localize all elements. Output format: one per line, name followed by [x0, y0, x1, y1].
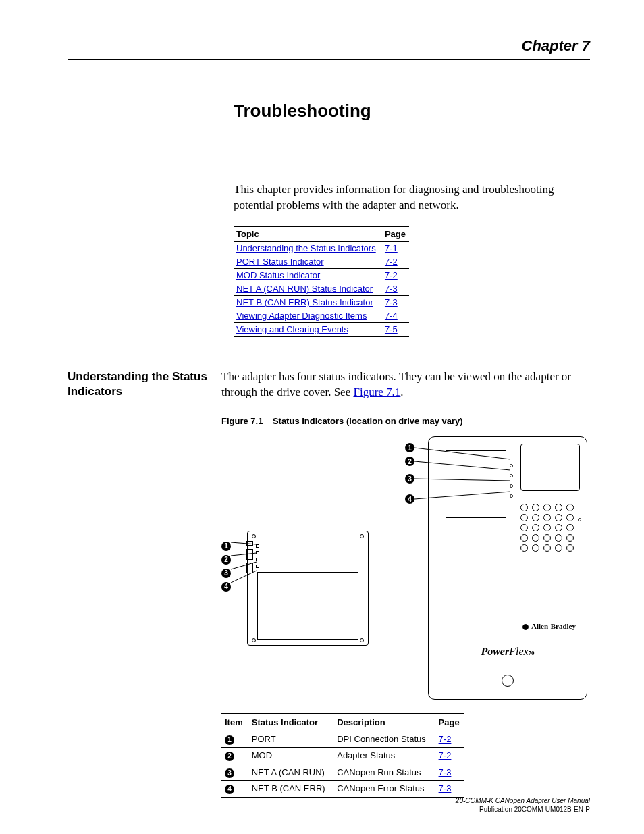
desc-cell: CANopen Run Status [333, 764, 435, 781]
toc-page-link[interactable]: 7-1 [385, 243, 398, 253]
chapter-header: Chapter 7 [68, 37, 590, 60]
figure-caption-text: Status Indicators (location on drive may… [273, 416, 463, 426]
item-num: 2 [225, 752, 234, 761]
section-body-post: . [400, 386, 403, 398]
item-num: 1 [225, 735, 234, 745]
page-link[interactable]: 7-2 [439, 750, 452, 760]
indicator-cell: NET A (CAN RUN) [248, 764, 333, 781]
indicator-cell: MOD [248, 748, 333, 764]
drive-diagram: 1 2 3 4 [392, 436, 587, 700]
table-row: NET A (CAN RUN) Status Indicator7-3 [234, 282, 409, 295]
toc-link[interactable]: MOD Status Indicator [236, 270, 320, 280]
figure-caption: Figure 7.1 Status Indicators (location o… [221, 415, 590, 427]
page-header: Page [435, 714, 464, 731]
footer-manual-title: 20-COMM-K CANopen Adapter User Manual [456, 796, 590, 805]
desc-cell: DPI Connection Status [333, 731, 435, 748]
indicator-cell: NET B (CAN ERR) [248, 781, 333, 798]
item-header: Item [221, 714, 248, 731]
table-row: 4 NET B (CAN ERR) CANopen Error Status 7… [221, 781, 464, 798]
footer-publication: Publication 20COMM-UM012B-EN-P [456, 805, 590, 814]
page-footer: 20-COMM-K CANopen Adapter User Manual Pu… [456, 796, 590, 814]
figure-link[interactable]: Figure 7.1 [353, 386, 400, 398]
table-row: 3 NET A (CAN RUN) CANopen Run Status 7-3 [221, 764, 464, 781]
brand-allen-bradley: Allen-Bradley [522, 621, 576, 631]
table-row: Understanding the Status Indicators7-1 [234, 241, 409, 255]
indicator-cell: PORT [248, 731, 333, 748]
callout-1: 1 [221, 542, 231, 551]
toc-link[interactable]: Understanding the Status Indicators [236, 243, 376, 253]
page-title: Troubleshooting [234, 101, 590, 122]
callout-4: 4 [221, 582, 231, 592]
page-link[interactable]: 7-2 [439, 734, 452, 744]
intro-paragraph: This chapter provides information for di… [234, 182, 590, 213]
table-row: PORT Status Indicator7-2 [234, 255, 409, 268]
desc-cell: Adapter Status [333, 748, 435, 764]
indicator-header: Status Indicator [248, 714, 333, 731]
brand-powerflex: PowerFlex70 [429, 644, 587, 659]
status-indicator-table: Item Status Indicator Description Page 1… [221, 713, 464, 798]
callout-4: 4 [405, 494, 414, 504]
table-row: 2 MOD Adapter Status 7-2 [221, 748, 464, 764]
figure-7-1: 1 2 3 4 [219, 436, 590, 700]
page-link[interactable]: 7-3 [439, 767, 452, 777]
table-row: Viewing and Clearing Events7-5 [234, 322, 409, 336]
table-row: Viewing Adapter Diagnostic Items7-4 [234, 309, 409, 322]
toc-page-link[interactable]: 7-4 [385, 311, 398, 321]
toc-link[interactable]: Viewing and Clearing Events [236, 324, 348, 334]
callout-3: 3 [221, 569, 231, 578]
toc-page-link[interactable]: 7-3 [385, 284, 398, 294]
toc-page-link[interactable]: 7-3 [385, 297, 398, 307]
toc-header-page: Page [382, 226, 409, 242]
table-row: MOD Status Indicator7-2 [234, 268, 409, 282]
figure-caption-label: Figure 7.1 [221, 416, 263, 426]
adapter-diagram: 1 2 3 4 [219, 531, 374, 652]
toc-page-link[interactable]: 7-2 [385, 257, 398, 267]
callout-1: 1 [405, 443, 414, 452]
desc-header: Description [333, 714, 435, 731]
callout-3: 3 [405, 474, 414, 484]
toc-link[interactable]: Viewing Adapter Diagnostic Items [236, 311, 367, 321]
item-num: 4 [225, 785, 234, 794]
item-num: 3 [225, 768, 234, 778]
section-heading: Understanding the Status Indicators [68, 369, 221, 798]
callout-2: 2 [405, 457, 414, 466]
toc-header-topic: Topic [234, 226, 382, 242]
toc-page-link[interactable]: 7-2 [385, 270, 398, 280]
toc-link[interactable]: PORT Status Indicator [236, 257, 324, 267]
toc-link[interactable]: NET B (CAN ERR) Status Indicator [236, 297, 373, 307]
callout-2: 2 [221, 555, 231, 565]
topics-table: Topic Page Understanding the Status Indi… [234, 226, 409, 337]
table-row: 1 PORT DPI Connection Status 7-2 [221, 731, 464, 748]
page-link[interactable]: 7-3 [439, 783, 452, 793]
desc-cell: CANopen Error Status [333, 781, 435, 798]
toc-link[interactable]: NET A (CAN RUN) Status Indicator [236, 284, 373, 294]
table-row: NET B (CAN ERR) Status Indicator7-3 [234, 295, 409, 309]
toc-page-link[interactable]: 7-5 [385, 324, 398, 334]
